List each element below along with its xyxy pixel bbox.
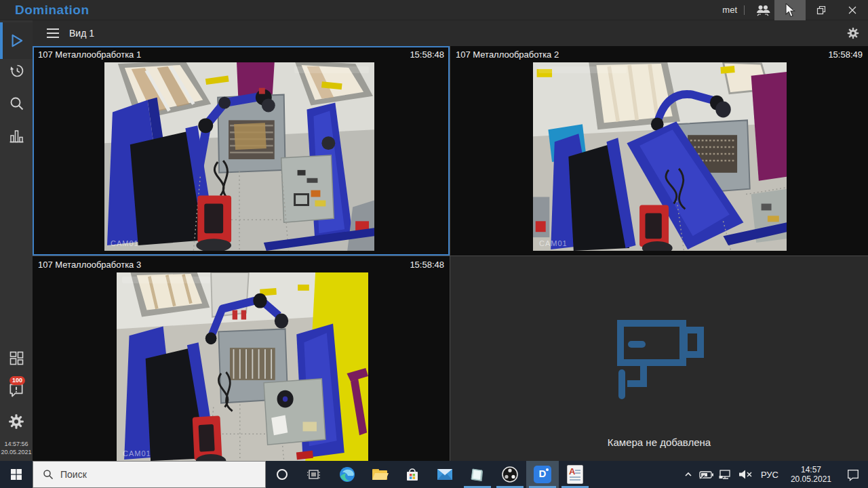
camera-osd-timestamp	[294, 66, 369, 73]
camera-2-frame	[533, 62, 787, 251]
domination-icon-letter: D	[534, 468, 551, 479]
mail-button[interactable]	[429, 461, 461, 488]
close-button[interactable]	[837, 0, 868, 20]
active-accent-bar	[0, 22, 3, 59]
camera-1-video: CAM01	[104, 62, 374, 251]
no-camera-message: Камера не добавлена	[450, 436, 868, 448]
hamburger-icon	[47, 28, 59, 38]
camera-2-watermark: CAM01	[539, 239, 568, 247]
minimize-button[interactable]	[774, 0, 806, 20]
network-tray-button[interactable]	[716, 461, 735, 488]
camera-2-video: CAM01	[533, 62, 787, 251]
notepad-app-button[interactable]	[461, 461, 494, 488]
search-icon	[8, 95, 25, 112]
sidebar-clock-date: 20.05.2021	[0, 448, 33, 456]
titlebar-divider	[744, 5, 745, 15]
action-center-button[interactable]	[838, 461, 868, 488]
play-icon	[7, 32, 25, 49]
battery-tray-button[interactable]	[697, 461, 716, 488]
volume-tray-button[interactable]	[735, 461, 755, 488]
sidebar-item-statistics[interactable]	[0, 119, 33, 152]
windows-taskbar: Поиск	[0, 461, 868, 488]
camera-1-watermark: CAM01	[111, 239, 139, 247]
close-icon	[848, 5, 857, 15]
camera-osd-timestamp	[538, 66, 627, 73]
camera-tile-2[interactable]: CAM01 107 Металлообработка 2 15:58:49	[450, 46, 868, 256]
tray-time: 14:57	[791, 465, 831, 474]
sidebar-item-search[interactable]	[0, 87, 33, 119]
view-title: Вид 1	[69, 28, 94, 39]
tray-clock[interactable]: 14:57 20.05.2021	[784, 465, 838, 484]
camera-tile-1[interactable]: CAM01 107 Металлообработка 1 15:58:48	[33, 46, 450, 256]
windows-logo-icon	[11, 469, 22, 480]
camera-3-frame	[117, 272, 368, 461]
mail-icon	[436, 468, 454, 481]
camera-2-header: 107 Металлообработка 2 15:58:49	[452, 47, 867, 62]
edge-button[interactable]	[331, 461, 363, 488]
notepad-app-icon	[469, 466, 486, 483]
sidebar-item-events[interactable]: 100	[0, 373, 33, 406]
view-gear-icon	[846, 26, 860, 40]
start-button[interactable]	[0, 461, 33, 488]
layout-grid-icon	[8, 350, 25, 367]
view-settings-button[interactable]	[838, 20, 868, 46]
camera-1-title: 107 Металлообработка 1	[38, 49, 404, 60]
user-menu[interactable]: met	[722, 5, 737, 15]
cortana-button[interactable]	[266, 461, 298, 488]
battery-icon	[699, 469, 714, 480]
speaker-muted-icon	[738, 469, 753, 480]
view-header: Вид 1	[33, 20, 868, 46]
camera-3-header: 107 Металлообработка 3 15:58:48	[34, 258, 448, 272]
text-document-app-icon: A	[567, 465, 583, 484]
edge-icon	[338, 466, 356, 483]
camera-1-frame	[104, 62, 374, 251]
store-button[interactable]	[396, 461, 429, 488]
search-placeholder: Поиск	[60, 469, 87, 480]
taskbar-search-input[interactable]: Поиск	[33, 461, 266, 488]
no-camera-icon	[614, 319, 705, 401]
camera-3-title: 107 Металлообработка 3	[38, 260, 404, 270]
sidebar-item-layouts[interactable]	[0, 342, 33, 374]
camera-osd-timestamp	[122, 277, 210, 283]
network-icon	[719, 469, 732, 480]
camera-3-watermark: CAM01	[123, 449, 151, 458]
file-explorer-button[interactable]	[363, 461, 396, 488]
language-indicator[interactable]: РУС	[755, 470, 784, 480]
obs-button[interactable]	[494, 461, 526, 488]
obs-icon	[501, 466, 519, 483]
gear-icon	[7, 413, 25, 430]
camera-3-time: 15:58:48	[410, 260, 444, 270]
camera-2-time: 15:58:49	[828, 49, 863, 60]
sidebar-item-archive[interactable]	[0, 54, 33, 87]
events-badge: 100	[9, 376, 25, 385]
users-icon	[755, 4, 770, 16]
bar-chart-icon	[8, 127, 25, 144]
app-logo: Domination	[15, 3, 90, 18]
sidebar-item-live[interactable]	[0, 22, 33, 59]
document-icon-line	[570, 479, 580, 481]
task-view-button[interactable]	[298, 461, 331, 488]
document-icon-line	[575, 470, 580, 471]
document-icon-line	[575, 472, 580, 474]
sidebar-item-settings[interactable]	[0, 405, 33, 438]
tray-date: 20.05.2021	[791, 474, 831, 484]
domination-icon-dot	[546, 468, 549, 471]
titlebar: Domination met	[0, 0, 868, 20]
restore-icon	[815, 4, 827, 16]
sidebar: 100 14:57:56 20.05.2021	[0, 20, 33, 461]
cortana-icon	[276, 468, 288, 481]
users-button[interactable]	[751, 0, 774, 20]
store-icon	[404, 466, 420, 483]
sidebar-clock: 14:57:56 20.05.2021	[0, 440, 33, 456]
camera-tile-3[interactable]: CAM01 107 Металлообработка 3 15:58:48	[33, 256, 450, 461]
restore-button[interactable]	[806, 0, 837, 20]
text-document-app-button[interactable]: A	[559, 461, 591, 488]
view-menu-button[interactable]	[39, 20, 66, 46]
file-explorer-icon	[371, 467, 389, 482]
history-icon	[8, 62, 25, 79]
tray-expand-button[interactable]	[679, 461, 697, 488]
camera-grid: CAM01 107 Металлообработка 1 15:58:48	[33, 46, 868, 461]
domination-app-button[interactable]: D	[526, 461, 559, 488]
camera-tile-empty[interactable]: Камера не добавлена	[450, 256, 868, 461]
domination-app-icon: D	[534, 466, 551, 483]
